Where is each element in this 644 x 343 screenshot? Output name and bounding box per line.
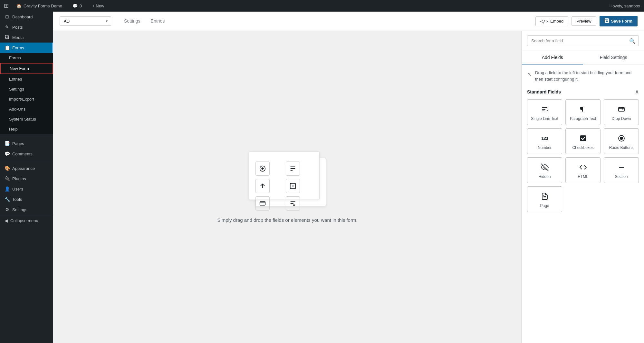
form-toolbar: AD ▾ Settings Entries </> Embed Preview [53,12,644,31]
sidebar-item-form-settings[interactable]: Settings [0,84,53,94]
appearance-icon: 🎨 [5,166,10,171]
single-line-text-label: Single Line Text [531,116,558,121]
comments-icon: 💬 [72,4,78,8]
tab-field-settings[interactable]: Field Settings [583,51,644,64]
content-area: Simply drag and drop the fields or eleme… [53,31,644,343]
illus-icon-1 [255,162,270,176]
sidebar-item-media[interactable]: 🖼 Media [0,32,53,43]
sidebar-item-dashboard[interactable]: ⊟ Dashboard [0,12,53,22]
page-label: Page [540,203,549,208]
section-label: Section [615,174,628,179]
sidebar-item-new-form[interactable]: New Form [0,63,53,74]
panel-content: ↖ Drag a field to the left to start buil… [522,64,644,343]
search-field-input[interactable] [527,35,639,46]
illus-icon-6 [286,196,300,211]
radio-buttons-label: Radio Buttons [609,145,633,150]
field-card-paragraph-text[interactable]: Paragraph Text [565,99,601,125]
svg-rect-5 [619,107,624,111]
sidebar-item-appearance[interactable]: 🎨 Appearance [0,163,53,173]
paragraph-text-label: Paragraph Text [570,116,596,121]
right-panel: 🔍 Add Fields Field Settings ↖ Drag a fie… [522,31,644,343]
sidebar-item-system-status[interactable]: System Status [0,114,53,124]
sidebar-item-tools[interactable]: 🔧 Tools [0,194,53,204]
field-card-radio-buttons[interactable]: Radio Buttons [604,128,639,154]
number-label: Number [538,145,552,150]
settings-nav-item[interactable]: Settings [119,16,146,27]
field-card-hidden[interactable]: Hidden [527,157,562,183]
form-builder-area[interactable]: Simply drag and drop the fields or eleme… [53,31,522,343]
form-select-wrapper: AD ▾ [60,16,111,26]
sidebar-item-add-ons[interactable]: Add-Ons [0,104,53,114]
tab-add-fields[interactable]: Add Fields [522,51,583,64]
save-form-button[interactable]: Save Form [600,16,638,26]
home-icon: 🏠 [16,4,22,8]
sidebar: ⊟ Dashboard ✎ Posts 🖼 Media 📋 Forms Form… [0,12,53,343]
field-card-drop-down[interactable]: Drop Down [604,99,639,125]
admin-bar-comments[interactable]: 💬 0 [70,0,84,12]
sidebar-item-forms-list[interactable]: Forms [0,53,53,63]
pages-icon: 📑 [5,141,10,146]
field-card-single-line-text[interactable]: Single Line Text [527,99,562,125]
paragraph-text-icon [579,105,587,114]
section-collapse-icon[interactable]: ∧ [635,89,639,95]
illus-icon-4 [286,179,300,193]
field-card-number[interactable]: 123 Number [527,128,562,154]
search-icon[interactable]: 🔍 [629,38,636,44]
radio-buttons-icon [618,134,625,143]
sidebar-item-settings-bottom[interactable]: ⚙ Settings [0,204,53,215]
entries-nav-item[interactable]: Entries [146,16,170,27]
number-icon: 123 [541,134,548,143]
dashboard-icon: ⊟ [5,14,10,19]
fields-grid: Single Line Text Paragraph Text [527,99,639,183]
forms-icon: 📋 [5,45,10,50]
page-icon [541,192,549,201]
svg-point-8 [620,137,623,140]
fields-grid-extra: Page [527,186,639,212]
embed-code-icon: </> [540,19,548,24]
collapse-menu-button[interactable]: ◀ Collapse menu [0,215,53,226]
sidebar-divider-2 [0,161,53,161]
section-icon [618,163,625,172]
sidebar-item-posts[interactable]: ✎ Posts [0,22,53,32]
empty-form-illustration [242,152,332,210]
sidebar-divider-1 [0,136,53,136]
plugins-icon: 🔌 [5,176,10,181]
sidebar-item-forms[interactable]: 📋 Forms [0,43,53,53]
field-card-section[interactable]: Section [604,157,639,183]
posts-icon: ✎ [5,24,10,30]
form-empty-text: Simply drag and drop the fields or eleme… [217,217,357,223]
media-icon: 🖼 [5,35,10,40]
illus-icon-3 [255,179,270,193]
drag-hint: ↖ Drag a field to the left to start buil… [527,70,639,82]
sidebar-item-pages[interactable]: 📑 Pages [0,138,53,149]
comments-sidebar-icon: 💬 [5,151,10,156]
sidebar-item-users[interactable]: 👤 Users [0,184,53,194]
preview-button[interactable]: Preview [572,16,596,26]
svg-rect-6 [580,135,586,141]
field-card-page[interactable]: Page [527,186,562,212]
collapse-icon: ◀ [5,218,8,223]
sidebar-item-comments[interactable]: 💬 Comments [0,149,53,159]
search-field-wrapper: 🔍 [522,31,644,51]
sidebar-item-import-export[interactable]: Import/Export [0,94,53,104]
sidebar-item-help[interactable]: Help [0,124,53,134]
embed-button[interactable]: </> Embed [535,16,569,26]
toolbar-nav: Settings Entries [119,16,170,27]
field-card-checkboxes[interactable]: Checkboxes [565,128,601,154]
users-icon: 👤 [5,186,10,191]
drop-down-icon [618,105,625,114]
svg-rect-1 [290,183,296,189]
checkboxes-label: Checkboxes [572,145,593,150]
wp-logo-icon[interactable]: ⊞ [4,2,9,9]
form-select[interactable]: AD [60,16,111,26]
admin-bar-site[interactable]: 🏠 Gravity Forms Demo [14,0,65,12]
html-label: HTML [578,174,588,179]
hidden-icon [541,163,549,172]
admin-bar-new[interactable]: + New [90,0,107,12]
sidebar-item-entries[interactable]: Entries [0,74,53,84]
admin-bar-greeting: Howdy, sandbox [610,4,640,8]
cursor-icon: ↖ [527,70,532,79]
field-card-html[interactable]: HTML [565,157,601,183]
sidebar-item-plugins[interactable]: 🔌 Plugins [0,173,53,184]
hidden-label: Hidden [538,174,551,179]
